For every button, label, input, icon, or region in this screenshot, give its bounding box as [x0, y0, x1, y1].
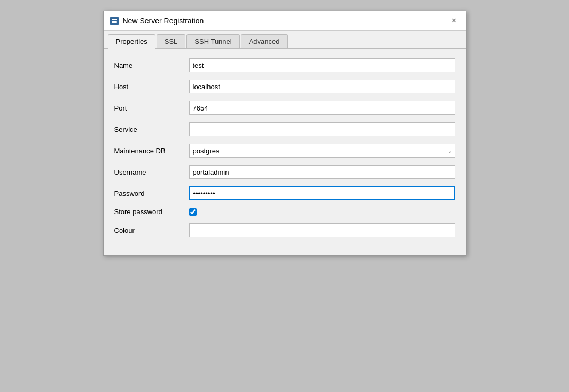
maintenance-db-label: Maintenance DB	[114, 147, 189, 155]
store-password-row: Store password	[114, 208, 455, 216]
tab-bar: Properties SSL SSH Tunnel Advanced	[104, 31, 466, 49]
colour-input[interactable]	[189, 223, 455, 237]
colour-label: Colour	[114, 226, 189, 234]
new-server-registration-dialog: New Server Registration × Properties SSL…	[103, 11, 466, 256]
service-label: Service	[114, 126, 189, 134]
maintenance-db-row: Maintenance DB postgres ⌄	[114, 144, 455, 158]
store-password-label: Store password	[114, 208, 189, 216]
form-content: Name Host Port Service Maintenance DB po…	[104, 49, 466, 255]
password-input[interactable]	[189, 186, 455, 200]
name-row: Name	[114, 58, 455, 72]
username-label: Username	[114, 168, 189, 176]
username-row: Username	[114, 165, 455, 179]
store-password-checkbox-wrapper	[189, 208, 197, 216]
name-label: Name	[114, 61, 189, 69]
maintenance-db-select[interactable]: postgres	[189, 144, 455, 158]
dialog-title: New Server Registration	[123, 17, 204, 25]
password-label: Password	[114, 190, 189, 198]
port-label: Port	[114, 104, 189, 112]
host-label: Host	[114, 83, 189, 91]
service-row: Service	[114, 122, 455, 136]
title-bar-left: New Server Registration	[110, 17, 204, 25]
svg-rect-0	[112, 19, 117, 20]
colour-row: Colour	[114, 223, 455, 237]
host-input[interactable]	[189, 80, 455, 93]
title-bar: New Server Registration ×	[104, 11, 466, 31]
port-input[interactable]	[189, 101, 455, 115]
password-row: Password	[114, 186, 455, 200]
host-row: Host	[114, 80, 455, 93]
port-row: Port	[114, 101, 455, 115]
tab-properties[interactable]: Properties	[108, 34, 155, 49]
username-input[interactable]	[189, 165, 455, 179]
service-input[interactable]	[189, 122, 455, 136]
svg-rect-1	[112, 21, 117, 23]
name-input[interactable]	[189, 58, 455, 72]
server-icon	[110, 17, 119, 25]
maintenance-db-wrapper: postgres ⌄	[189, 144, 455, 158]
store-password-checkbox[interactable]	[189, 208, 197, 216]
tab-advanced[interactable]: Advanced	[241, 34, 288, 48]
tab-ssl[interactable]: SSL	[157, 34, 186, 48]
tab-ssh-tunnel[interactable]: SSH Tunnel	[186, 34, 239, 48]
close-button[interactable]: ×	[449, 15, 459, 26]
